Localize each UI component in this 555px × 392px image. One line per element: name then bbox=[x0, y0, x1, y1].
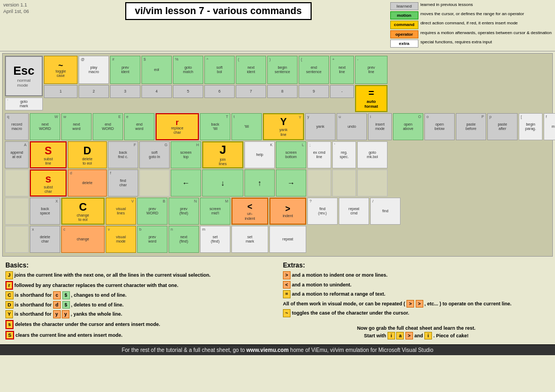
basics-line-r: r followed by any character replaces the… bbox=[5, 281, 272, 290]
footer-link[interactable]: www.viemu.com bbox=[247, 347, 289, 353]
title-box: vi/vim lesson 7 - various commands bbox=[47, 2, 390, 20]
key-G-upper: G softgoto ln bbox=[139, 141, 170, 168]
key-R-replace: r replacechar bbox=[156, 113, 199, 140]
legend: learned learned in previous lessons moti… bbox=[390, 2, 552, 49]
inline-Y: Y bbox=[5, 310, 13, 318]
key-4-bottom: 4 bbox=[141, 85, 172, 98]
key-J-join: J joinlines bbox=[202, 141, 243, 168]
version-text: version 1.1 bbox=[3, 2, 47, 9]
legend-motion-text: moves the cursor, or defines the range f… bbox=[421, 11, 524, 17]
key-hash: # prevident bbox=[110, 56, 140, 84]
inline-gt: > bbox=[283, 271, 291, 279]
key-at: @ playmacro bbox=[79, 56, 109, 84]
key-comma: setmark bbox=[231, 226, 268, 253]
key-period: repeat bbox=[269, 226, 306, 253]
esc-label: Esc bbox=[13, 64, 34, 78]
keyboard-area: Esc normalmode ` gotomark ~ togglecase 1… bbox=[2, 53, 553, 257]
key-S-upper: S substline bbox=[30, 141, 67, 168]
basics-line-S: S clears the current line and enters ins… bbox=[5, 331, 272, 340]
info-section: Basics: J joins the current line with th… bbox=[0, 258, 555, 344]
key-7-bottom: 7 bbox=[236, 85, 266, 98]
basics-line-s: s deletes the character under the cursor… bbox=[5, 320, 272, 329]
key-backtick: ` gotomark bbox=[5, 97, 43, 110]
badge-learned: learned bbox=[390, 2, 418, 10]
footer-bar: For the rest of the tutorial & a full ch… bbox=[0, 344, 555, 355]
key-m-lower: m set(find) bbox=[200, 226, 230, 253]
date-text: April 1st, 06 bbox=[3, 9, 47, 15]
esc-sublabel: normalmode bbox=[17, 78, 30, 88]
key-E-upper: E endWORD bbox=[93, 113, 123, 140]
qwerty-row: q recordmacro W nextWORD w nextword E en… bbox=[5, 113, 550, 140]
zxcv-row: X backspace C changeto eol V visuallines… bbox=[5, 198, 550, 225]
badge-motion: motion bbox=[390, 11, 418, 19]
inline-dollar: $ bbox=[62, 291, 70, 299]
key-e-lower: e endword bbox=[124, 113, 154, 140]
extras-line-indent: > and a motion to indent one or more lin… bbox=[283, 271, 550, 279]
basics-section: Basics: J joins the current line with th… bbox=[5, 262, 272, 341]
zxcv-row2: x deletechar c change v visualmode b pre… bbox=[5, 226, 550, 253]
page-title: vi/vim lesson 7 - various commands bbox=[125, 2, 312, 20]
key-p-lower: p pasteafter bbox=[487, 113, 518, 140]
legend-learned-text: learned in previous lessons bbox=[421, 2, 473, 8]
key-t-lower: t 'till bbox=[231, 113, 262, 140]
extras-line-unindent: < and a motion to unindent. bbox=[283, 281, 550, 289]
key-l-arrow: → bbox=[276, 169, 306, 197]
asdf-row2: s substchar d delete f findchar ← ↓ ↑ → bbox=[5, 169, 550, 197]
inline-s: s bbox=[5, 320, 14, 329]
key-bracket-open: [ beginparag. bbox=[519, 113, 543, 140]
top-bar: version 1.1 April 1st, 06 vi/vim lesson … bbox=[0, 0, 555, 51]
key-y-lower: y yank bbox=[305, 113, 335, 140]
legend-motion: motion moves the cursor, or defines the … bbox=[390, 11, 552, 19]
inline-gt3: > bbox=[416, 300, 423, 308]
key-d-lower: d delete bbox=[68, 169, 107, 197]
key-caret: ^ softbol bbox=[204, 56, 235, 84]
badge-extra: extra bbox=[390, 40, 418, 48]
inline-tilde: ~ bbox=[283, 309, 291, 317]
key-s-lower: s substchar bbox=[30, 169, 67, 197]
esc-key: Esc normalmode bbox=[5, 56, 43, 96]
legend-operator-text: requires a motion afterwards, operates b… bbox=[421, 30, 552, 36]
key-K-help: K help bbox=[244, 141, 275, 168]
legend-learned: learned learned in previous lessons bbox=[390, 2, 552, 10]
inline-d: d bbox=[53, 301, 61, 309]
key-O-upper: O openabove bbox=[393, 113, 423, 140]
key-apostrophe: ' reg.spec. bbox=[332, 141, 356, 168]
key-question: ? find(rev.) bbox=[307, 198, 338, 225]
key-i-lower: i insertmode bbox=[368, 113, 392, 140]
key-k-arrow: ↑ bbox=[244, 169, 275, 197]
key-tilde: ~ togglecase bbox=[44, 56, 78, 84]
key-w-lower: w nextword bbox=[61, 113, 92, 140]
key-6-bottom: 6 bbox=[204, 85, 235, 98]
key-0-bottom: - bbox=[330, 85, 354, 98]
key-B-upper: B prevWORD bbox=[137, 198, 167, 225]
key-n-lower: n next(find) bbox=[169, 226, 199, 253]
basics-line-j: J joins the current line with the next o… bbox=[5, 271, 272, 279]
key-repeat: repeatcmd bbox=[339, 198, 369, 225]
key-C-upper: C changeto eol bbox=[61, 198, 105, 225]
extras-line-tilde: ~ toggles the case of the character unde… bbox=[283, 309, 550, 317]
key-c-lower: c change bbox=[61, 226, 105, 253]
key-goto-mark: gotomk.bol bbox=[357, 141, 388, 168]
extras-line-visual: All of them work in visual mode, or can … bbox=[283, 300, 550, 308]
key-2-bottom: 2 bbox=[79, 85, 109, 98]
inline-y1: y bbox=[53, 310, 61, 318]
key-f-parag: f misc bbox=[544, 113, 555, 140]
key-percent: % gotomatch bbox=[173, 56, 203, 84]
inline-J: J bbox=[5, 271, 13, 279]
key-M-upper: M screenmid'l bbox=[200, 198, 230, 225]
inline-C: C bbox=[5, 291, 14, 299]
key-A-upper: A appendat eol bbox=[5, 141, 29, 168]
legend-command: command direct action command, if red, i… bbox=[390, 21, 552, 29]
key-h-arrow: ← bbox=[171, 169, 201, 197]
legend-command-text: direct action command, if red, it enters… bbox=[421, 21, 518, 26]
key-indent: > indent bbox=[269, 198, 306, 225]
key-plus: + nextline bbox=[330, 56, 354, 84]
key-T-upper: T back'till bbox=[200, 113, 230, 140]
badge-operator: operator bbox=[390, 30, 418, 38]
key-brace-open: { endsentence bbox=[299, 56, 329, 84]
inline-c: c bbox=[53, 291, 61, 299]
key-blank-z2 bbox=[5, 226, 29, 253]
inline-S: S bbox=[5, 331, 14, 340]
basics-line-D: D is shorthand for d $ , deletes to end … bbox=[5, 301, 272, 309]
legend-extra-text: special functions, requires extra input bbox=[421, 40, 492, 45]
